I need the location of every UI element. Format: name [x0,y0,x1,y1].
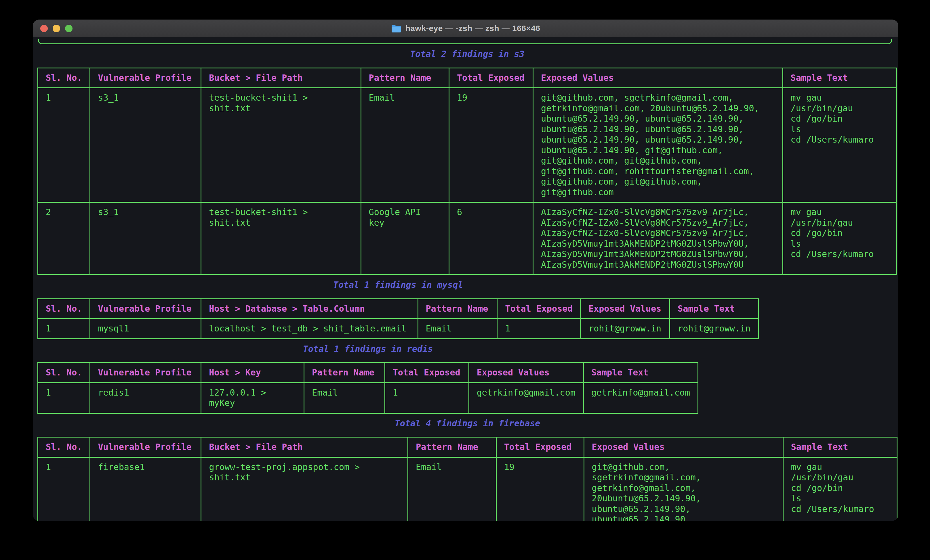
column-header: Sample Text [583,363,698,383]
cell-vulnerable-profile: mysql1 [90,319,201,339]
cell-exposed-values: AIzaSyCfNZ-IZx0-SlVcVg8MCr575zv9_Ar7jLc,… [533,203,783,275]
column-header: Total Exposed [496,437,584,457]
cell-sample-text: mv gau /usr/bin/gau cd /go/bin ls cd /Us… [783,457,897,521]
cell-sl-no: 1 [38,88,90,203]
titlebar[interactable]: hawk-eye — -zsh — zsh — 166×46 [33,20,898,37]
column-header: Exposed Values [469,363,583,383]
column-header: Pattern Name [408,437,496,457]
column-header: Exposed Values [533,68,783,88]
column-header: Vulnerable Profile [90,299,201,319]
previous-table-bottom-border [38,39,892,44]
column-header: Exposed Values [584,437,783,457]
cell-sl-no: 1 [38,383,90,413]
column-header: Pattern Name [418,299,497,319]
cell-pattern-name: Email [418,319,497,339]
cell-total-exposed: 6 [449,203,533,275]
cell-total-exposed: 1 [385,383,469,413]
cell-host-db-column: localhost > test_db > shit_table.email [201,319,418,339]
table-header-row: Sl. No. Vulnerable Profile Bucket > File… [38,68,897,88]
column-header: Host > Key [201,363,304,383]
cell-exposed-values: rohit@groww.in [580,319,670,339]
table-row: 1 firebase1 groww-test-proj.appspot.com … [38,457,897,521]
folder-icon [391,24,402,33]
column-header: Sample Text [670,299,759,319]
cell-total-exposed: 1 [497,319,580,339]
table-header-row: Sl. No. Vulnerable Profile Host > Key Pa… [38,363,698,383]
table-header-row: Sl. No. Vulnerable Profile Host > Databa… [38,299,759,319]
findings-table-s3: Sl. No. Vulnerable Profile Bucket > File… [37,68,897,275]
section-heading: Total 4 findings in firebase [37,418,898,429]
cell-sample-text: mv gau /usr/bin/gau cd /go/bin ls cd /Us… [783,88,897,203]
cell-total-exposed: 19 [449,88,533,203]
cell-vulnerable-profile: redis1 [90,383,201,413]
table-row: 2 s3_1 test-bucket-shit1 > shit.txt Goog… [38,203,897,275]
column-header: Sl. No. [38,363,90,383]
section-heading: Total 1 findings in mysql [37,280,759,290]
zoom-button[interactable] [65,25,72,32]
cell-host-key: 127.0.0.1 > myKey [201,383,304,413]
cell-pattern-name: Email [304,383,385,413]
cell-sl-no: 2 [38,203,90,275]
cell-exposed-values: git@github.com, sgetrkinfo@gmail.com, ge… [533,88,783,203]
cell-pattern-name: Email [408,457,496,521]
cell-vulnerable-profile: s3_1 [90,203,201,275]
column-header: Exposed Values [580,299,670,319]
section-s3: Total 2 findings in s3 Sl. No. Vulnerabl… [37,49,897,275]
column-header: Vulnerable Profile [90,68,201,88]
cell-pattern-name: Google API key [361,203,449,275]
column-header: Pattern Name [361,68,449,88]
column-header: Total Exposed [385,363,469,383]
terminal-window: hawk-eye — -zsh — zsh — 166×46 Total 2 f… [33,20,898,521]
cell-bucket-file-path: test-bucket-shit1 > shit.txt [201,203,361,275]
traffic-lights [40,20,72,37]
cell-vulnerable-profile: s3_1 [90,88,201,203]
table-header-row: Sl. No. Vulnerable Profile Bucket > File… [38,437,897,457]
cell-bucket-file-path: groww-test-proj.appspot.com > shit.txt [201,457,408,521]
cell-sl-no: 1 [38,457,90,521]
column-header: Sl. No. [38,437,90,457]
terminal-screen[interactable]: Total 2 findings in s3 Sl. No. Vulnerabl… [33,37,898,521]
cell-pattern-name: Email [361,88,449,203]
cell-sample-text: getrkinfo@gmail.com [583,383,698,413]
cell-vulnerable-profile: firebase1 [90,457,201,521]
section-heading: Total 2 findings in s3 [37,49,897,60]
close-button[interactable] [40,25,48,32]
cell-exposed-values: getrkinfo@gmail.com [469,383,583,413]
column-header: Vulnerable Profile [90,437,201,457]
column-header: Host > Database > Table.Column [201,299,418,319]
section-mysql: Total 1 findings in mysql Sl. No. Vulner… [37,280,759,339]
cell-exposed-values: git@github.com, sgetrkinfo@gmail.com, ge… [584,457,783,521]
cell-sl-no: 1 [38,319,90,339]
column-header: Sl. No. [38,299,90,319]
column-header: Total Exposed [497,299,580,319]
section-heading: Total 1 findings in redis [37,344,698,354]
findings-table-redis: Sl. No. Vulnerable Profile Host > Key Pa… [37,362,698,414]
column-header: Total Exposed [449,68,533,88]
findings-table-firebase: Sl. No. Vulnerable Profile Bucket > File… [37,437,898,521]
table-row: 1 redis1 127.0.0.1 > myKey Email 1 getrk… [38,383,698,413]
cell-bucket-file-path: test-bucket-shit1 > shit.txt [201,88,361,203]
section-redis: Total 1 findings in redis Sl. No. Vulner… [37,344,698,414]
window-title-text: hawk-eye — -zsh — zsh — 166×46 [405,24,540,33]
cell-sample-text: rohit@groww.in [670,319,759,339]
window-title: hawk-eye — -zsh — zsh — 166×46 [391,24,540,33]
column-header: Pattern Name [304,363,385,383]
section-firebase: Total 4 findings in firebase Sl. No. Vul… [37,418,898,521]
table-row: 1 mysql1 localhost > test_db > shit_tabl… [38,319,759,339]
column-header: Sample Text [783,68,897,88]
column-header: Sample Text [783,437,897,457]
findings-table-mysql: Sl. No. Vulnerable Profile Host > Databa… [37,298,759,339]
column-header: Bucket > File Path [201,68,361,88]
column-header: Sl. No. [38,68,90,88]
cell-total-exposed: 19 [496,457,584,521]
column-header: Bucket > File Path [201,437,408,457]
column-header: Vulnerable Profile [90,363,201,383]
cell-sample-text: mv gau /usr/bin/gau cd /go/bin ls cd /Us… [783,203,897,275]
minimize-button[interactable] [53,25,60,32]
table-row: 1 s3_1 test-bucket-shit1 > shit.txt Emai… [38,88,897,203]
